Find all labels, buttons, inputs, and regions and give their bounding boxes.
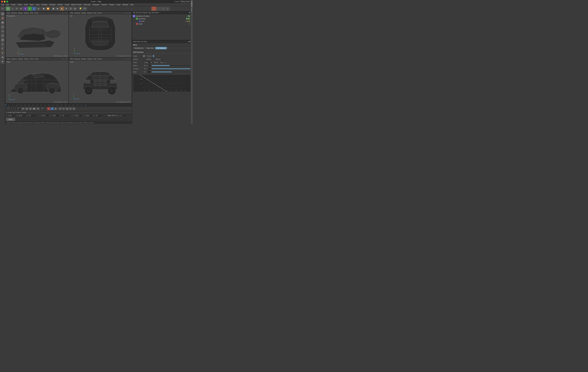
vp-perspective-panel[interactable]: Panel (34, 12, 39, 14)
falloff-select[interactable]: Linear Ease In Ease Out Smooth (143, 61, 153, 64)
vp-front-cameras[interactable]: Cameras (74, 58, 81, 60)
vp-front-display[interactable]: Display (81, 58, 86, 60)
sidebar-btn-cube[interactable] (0, 25, 5, 29)
menu-edit[interactable]: Edit (5, 3, 10, 6)
menu-sculpt[interactable]: Sculpt (64, 3, 70, 6)
transform-tool[interactable]: ⊕ (19, 7, 23, 11)
point-mode-btn[interactable]: · (157, 7, 161, 11)
vp-perspective-options[interactable]: Options (24, 12, 29, 14)
width-slider[interactable] (152, 71, 192, 73)
object-select[interactable]: Object (Piel) (106, 114, 118, 117)
rubber-checkbox[interactable] (152, 58, 154, 60)
radius-input[interactable] (143, 64, 151, 67)
width-input[interactable] (143, 71, 151, 73)
render-queue-btn[interactable]: ☰ (69, 7, 73, 11)
prev-frame-btn[interactable]: ◀ (25, 107, 28, 110)
bottom-texture[interactable]: Texture (21, 112, 26, 113)
y-axis-btn[interactable]: Y (28, 7, 32, 11)
obj-symmetry[interactable]: Symmetry ✓ ✓ ⋯ (133, 17, 192, 20)
vp-top-filter[interactable]: Filter (93, 12, 97, 14)
y-pos-input[interactable] (42, 115, 49, 117)
obj-mgr-edit[interactable]: Edit (136, 12, 138, 13)
sidebar-btn-down[interactable] (0, 60, 5, 64)
record-btn[interactable]: ⏺ (42, 7, 46, 11)
soft-selection-tab[interactable]: Soft Selection (155, 47, 167, 49)
sidebar-btn-6[interactable] (0, 38, 5, 42)
timeline-extra-5[interactable]: ⊞ (72, 107, 75, 110)
menu-create[interactable]: Create (10, 3, 17, 6)
menu-file[interactable]: File (0, 3, 5, 6)
z-pos-input[interactable] (75, 115, 83, 117)
obj-mgr-bookmarks[interactable]: Bookmarks (152, 12, 159, 13)
x-pos-input[interactable] (8, 115, 16, 117)
vp-top-view[interactable]: View (70, 12, 74, 14)
sidebar-btn-5[interactable] (0, 33, 5, 38)
attr-edit-tab[interactable]: Edit (137, 41, 140, 43)
bottom-create[interactable]: Create (7, 112, 12, 113)
b-input[interactable] (96, 115, 103, 117)
auto-key-btn[interactable]: A (51, 107, 54, 110)
minimize-button[interactable] (4, 1, 6, 2)
anim-btn[interactable]: ⏩ (46, 7, 50, 11)
disc-dot2-btn[interactable] (187, 21, 188, 22)
subdivision-check-btn[interactable]: ✓ (188, 15, 190, 17)
sidebar-btn-bend[interactable] (0, 47, 5, 51)
close-button[interactable] (1, 1, 3, 2)
symmetry-check2-btn[interactable]: ✓ (188, 18, 190, 20)
soft-selection-graph[interactable]: 0.8 0.4 0.1 0.2 0.3 0.4 0.5 0.6 0.7 0.8 … (133, 74, 192, 92)
rotate-tool[interactable]: ↻ (15, 7, 19, 11)
vp-top-cameras[interactable]: Cameras (74, 12, 81, 14)
vp-right-display[interactable]: Display (18, 58, 23, 60)
menu-mesh[interactable]: Mesh (29, 3, 35, 6)
bottom-function[interactable]: Function (15, 112, 21, 113)
strength-slider[interactable] (152, 68, 192, 69)
apply-button[interactable]: Apply (6, 118, 15, 121)
vp-right-filter[interactable]: Filter (30, 58, 34, 60)
record-mode-btn[interactable]: ● (47, 107, 50, 110)
menu-render[interactable]: Render (57, 3, 64, 6)
restrict-checkbox[interactable] (161, 58, 163, 60)
key-mode-btn[interactable]: ◆ (54, 107, 57, 110)
obj-mgr-file[interactable]: File (133, 12, 135, 13)
cube-dot1-btn[interactable] (189, 23, 190, 25)
timeline-extra-1[interactable]: ⊞ (58, 107, 62, 110)
viewport-right[interactable]: View Cameras Display Options Filter Pane… (6, 58, 68, 103)
viewport-top[interactable]: View Cameras Display Options Filter Pane… (69, 11, 132, 57)
surface-checkbox[interactable] (143, 58, 145, 60)
obj-mode-btn[interactable] (151, 7, 157, 11)
obj-cube[interactable]: Cube (133, 22, 192, 25)
h-input[interactable] (29, 115, 36, 117)
play-fast-btn[interactable]: ▶▶ (33, 107, 36, 110)
obj-mgr-objects[interactable]: Objects (143, 12, 147, 13)
vp-perspective-cameras[interactable]: Cameras (11, 12, 18, 14)
menu-tools[interactable]: Tools (23, 3, 29, 6)
vp-front-filter[interactable]: Filter (93, 58, 97, 60)
vp-top-panel[interactable]: Panel (97, 12, 102, 14)
menu-simulate[interactable]: Simulate (48, 3, 56, 6)
disc-dot1-btn[interactable] (185, 21, 187, 22)
vp-right-view[interactable]: View (6, 58, 10, 60)
vp-top-display[interactable]: Display (81, 12, 86, 14)
timeline-extra-3[interactable]: ▥ (65, 107, 69, 110)
menu-plugins[interactable]: Plugins (108, 3, 115, 6)
render-btn[interactable]: ▶ (60, 7, 64, 11)
poly-mode-btn[interactable]: □ (166, 7, 169, 11)
obj-mgr-tags[interactable]: Tags (148, 12, 151, 13)
sidebar-btn-2[interactable] (0, 21, 5, 25)
y-rot-input[interactable] (52, 115, 60, 117)
vp-perspective-filter[interactable]: Filter (30, 12, 34, 14)
vp-front-options[interactable]: Options (87, 58, 93, 60)
obj-subdivision[interactable]: Subdivision Surface ✕ ✓ ⋯ (133, 15, 192, 17)
goto-start-btn[interactable]: ⏮ (21, 107, 25, 110)
vp-front-panel[interactable]: Panel (97, 58, 102, 60)
camera-btn[interactable]: 📷 (83, 7, 87, 11)
menu-character[interactable]: Character (92, 3, 100, 6)
sidebar-btn-s[interactable]: S (0, 51, 5, 55)
subdivision-x-btn[interactable]: ✕ (186, 15, 188, 17)
frame-rate-input[interactable] (11, 107, 15, 110)
timeline-extra-4[interactable]: ⊕ (69, 107, 72, 110)
obj-mgr-view[interactable]: View (139, 12, 142, 13)
current-frame-input[interactable] (6, 107, 11, 110)
end-frame-input[interactable] (40, 107, 45, 110)
vp-right-panel[interactable]: Panel (34, 58, 39, 60)
